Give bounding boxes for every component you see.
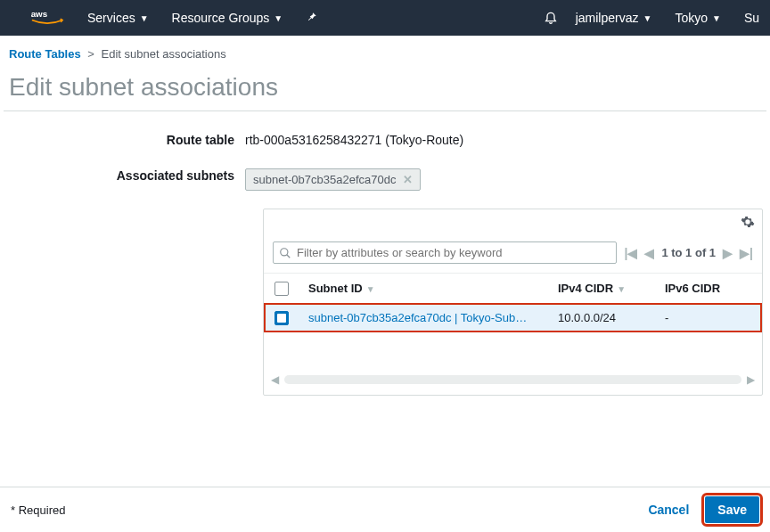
search-icon [279,247,291,259]
nav-support[interactable]: Su [744,11,759,25]
scroll-left-icon[interactable]: ◀ [271,373,279,386]
row-route-table: Route table rtb-000a5316258432271 (Tokyo… [9,129,761,147]
route-table-label: Route table [9,129,245,147]
footer-bar: * Required Cancel Save [0,487,770,532]
row-associated-subnets: Associated subnets subnet-0b7cb35a2efca7… [9,165,761,191]
table-header-row: Subnet ID▼ IPv4 CIDR▼ IPv6 CIDR [264,274,762,304]
caret-down-icon: ▼ [274,13,283,23]
caret-down-icon: ▼ [643,13,651,23]
subnet-tag-label: subnet-0b7cb35a2efca70dc [253,173,396,186]
select-all-checkbox[interactable] [274,282,289,296]
aws-logo[interactable]: aws [30,8,64,28]
pager-first-icon[interactable]: |◀ [624,246,637,260]
form-area: Route table rtb-000a5316258432271 (Tokyo… [0,111,770,396]
subnet-table-panel: |◀ ◀ 1 to 1 of 1 ▶ ▶| Subnet ID▼ IPv4 CI… [263,209,763,396]
pager-next-icon[interactable]: ▶ [723,246,733,260]
top-nav: aws Services ▼ Resource Groups ▼ jamilpe… [0,0,770,36]
caret-down-icon: ▼ [140,13,149,23]
nav-region-label: Tokyo [675,11,708,25]
caret-down-icon: ▼ [712,13,721,23]
remove-tag-icon[interactable]: ✕ [403,173,413,186]
pin-icon[interactable] [306,11,318,26]
required-note: * Required [11,503,648,517]
sort-icon[interactable]: ▼ [617,284,626,294]
pager-last-icon[interactable]: ▶| [740,246,753,260]
pager: |◀ ◀ 1 to 1 of 1 ▶ ▶| [624,246,753,260]
breadcrumb-root[interactable]: Route Tables [9,47,81,61]
save-button[interactable]: Save [705,496,759,523]
svg-text:aws: aws [31,9,48,19]
scroll-track[interactable] [284,375,741,384]
pager-status: 1 to 1 of 1 [661,246,716,259]
associated-subnets-label: Associated subnets [9,165,245,183]
nav-username-label: jamilpervaz [576,11,639,25]
col-subnet-id[interactable]: Subnet ID [308,282,363,295]
subnet-tag: subnet-0b7cb35a2efca70dc ✕ [245,168,421,191]
scroll-right-icon[interactable]: ▶ [747,373,755,386]
breadcrumb: Route Tables > Edit subnet associations [0,36,770,61]
breadcrumb-separator: > [87,47,94,61]
search-input[interactable] [291,246,610,259]
pager-prev-icon[interactable]: ◀ [644,246,654,260]
nav-support-label: Su [744,11,759,25]
nav-services[interactable]: Services ▼ [87,11,149,25]
nav-services-label: Services [87,11,135,25]
cell-ipv4: 10.0.0.0/24 [549,303,656,332]
nav-username[interactable]: jamilpervaz ▼ [576,11,652,25]
row-checkbox[interactable] [274,311,289,325]
search-box[interactable] [273,241,617,264]
nav-resource-groups-label: Resource Groups [172,11,270,25]
col-ipv6[interactable]: IPv6 CIDR [665,282,720,295]
cell-ipv6: - [656,303,762,332]
gear-icon[interactable] [741,215,755,233]
cancel-button[interactable]: Cancel [648,503,689,517]
panel-toolbar: |◀ ◀ 1 to 1 of 1 ▶ ▶| [264,233,762,273]
page-title: Edit subnet associations [0,61,770,110]
breadcrumb-current: Edit subnet associations [102,47,226,61]
notification-bell-icon[interactable] [544,10,558,27]
route-table-value: rtb-000a5316258432271 (Tokyo-Route) [245,129,463,147]
svg-line-2 [287,254,291,258]
nav-region[interactable]: Tokyo ▼ [675,11,720,25]
horizontal-scrollbar[interactable]: ◀ ▶ [264,368,762,395]
table-row[interactable]: subnet-0b7cb35a2efca70dc | Tokyo-Sub… 10… [264,303,762,332]
subnet-link[interactable]: subnet-0b7cb35a2efca70dc | Tokyo-Sub… [308,311,540,324]
subnet-table: Subnet ID▼ IPv4 CIDR▼ IPv6 CIDR subnet-0… [264,273,762,332]
svg-point-1 [281,248,288,255]
sort-icon[interactable]: ▼ [366,284,375,294]
col-ipv4[interactable]: IPv4 CIDR [558,282,613,295]
nav-resource-groups[interactable]: Resource Groups ▼ [172,11,283,25]
